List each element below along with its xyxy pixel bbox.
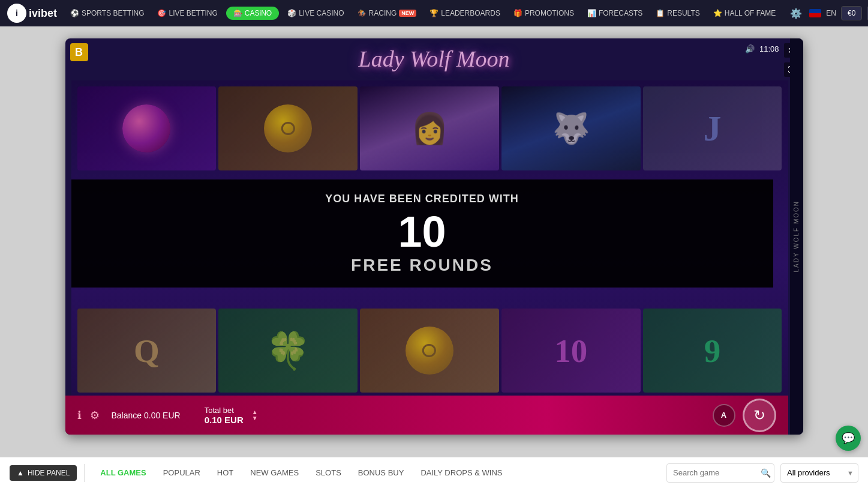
bottom-reel-row: Q 🍀 ⵔ 10 9 <box>71 309 788 393</box>
controls-right: A ↻ <box>713 399 776 432</box>
nav-promotions[interactable]: 🎁 PROMOTIONS <box>509 7 579 20</box>
balance-info: Balance 0.00 EUR <box>112 411 181 420</box>
chat-icon: 💬 <box>842 432 855 445</box>
tab-bonus-buy[interactable]: BONUS BUY <box>350 465 413 481</box>
settings-ctrl-icon[interactable]: ⚙ <box>90 409 100 422</box>
vertical-label-text: LADY WOLF MOON <box>793 200 800 273</box>
wolf-symbol: 🐺 <box>501 86 641 170</box>
nav-forecasts[interactable]: 📊 FORECASTS <box>582 7 647 20</box>
bet-info: Total bet 0.10 EUR <box>205 406 244 425</box>
game-time: 11:08 <box>759 44 779 53</box>
ball-symbol <box>122 104 170 152</box>
tab-all-games[interactable]: ALL GAMES <box>92 465 154 481</box>
chat-button[interactable]: 💬 <box>836 426 861 451</box>
reel-cell-9: 9 <box>643 309 782 393</box>
language-label[interactable]: EN <box>826 9 836 17</box>
reel-cell-coin: ⵔ <box>218 86 358 170</box>
nav-racing[interactable]: 🏇 RACING NEW <box>353 7 422 20</box>
new-badge: NEW <box>399 10 416 17</box>
sports-icon: ⚽ <box>70 9 79 17</box>
credits-overlay: YOU HAVE BEEN CREDITED WITH 10 FREE ROUN… <box>71 179 773 288</box>
reel-cell-j: J <box>643 86 782 170</box>
top-navigation: i ivibet ⚽ SPORTS BETTING 🎯 LIVE BETTING… <box>0 0 868 26</box>
logo-text: ivibet <box>29 7 57 20</box>
bet-down-button[interactable]: ▼ <box>252 415 258 421</box>
provider-wrapper: All providers ▼ <box>780 463 858 483</box>
nav-casino[interactable]: 🎰 CASiNO <box>226 7 279 20</box>
volume-icon[interactable]: 🔊 <box>745 44 755 53</box>
racing-icon: 🏇 <box>358 9 367 17</box>
info-icon[interactable]: ℹ <box>77 409 82 422</box>
logo[interactable]: i ivibet <box>7 4 57 23</box>
nav-live-betting[interactable]: 🎯 LIVE BETTING <box>152 7 222 20</box>
lady-symbol: 👩 <box>360 86 499 170</box>
reel-cell-wolf: 🐺 <box>501 86 641 170</box>
total-bet-label: Total bet <box>205 406 244 415</box>
coin2-symbol: ⵔ <box>406 327 453 375</box>
nav-results[interactable]: 📋 RESULTS <box>651 7 704 20</box>
coin-symbol: ⵔ <box>264 104 312 152</box>
game-title: Lady Wolf Moon <box>359 46 510 72</box>
tab-new-games[interactable]: NEW GAMES <box>242 465 307 481</box>
bet-amount: 0.10 EUR <box>205 415 244 425</box>
auto-spin-button[interactable]: A <box>713 404 735 427</box>
credits-number: 10 <box>398 210 446 253</box>
bet-stepper[interactable]: ▲ ▼ <box>252 409 258 421</box>
main-content: B 🔊 11:08 ✕ ⛶ Lady Wolf Moon LADY WOLF M… <box>0 26 868 488</box>
spin-icon: ↻ <box>753 407 765 424</box>
reel-cell-coin2: ⵔ <box>360 309 499 393</box>
leaderboards-icon: 🏆 <box>430 9 438 17</box>
tab-daily-drops[interactable]: DAILY DROPS & WINS <box>412 465 510 481</box>
reel-cell-ball <box>77 86 217 170</box>
results-icon: 📋 <box>656 9 665 17</box>
logo-icon: i <box>7 4 26 23</box>
flag-icon <box>809 9 821 17</box>
q-symbol: Q <box>134 332 160 370</box>
nav-live-casino[interactable]: 🎲 LIVE CASINO <box>283 7 349 20</box>
tab-slots[interactable]: SLOTS <box>307 465 350 481</box>
reel-cell-10: 10 <box>501 309 641 393</box>
search-container: 🔍 <box>666 463 774 483</box>
settings-icon[interactable]: ⚙️ <box>788 5 804 22</box>
nav-sports-betting[interactable]: ⚽ SPORTS BETTING <box>65 7 149 20</box>
nav-right-actions: ⚙️ EN €0 👤 ▾ DEPOSIT <box>788 5 868 22</box>
search-input[interactable] <box>666 463 774 483</box>
tab-hot[interactable]: HOT <box>209 465 242 481</box>
provider-select[interactable]: All providers <box>780 463 858 483</box>
top-reel-row: ⵔ 👩 🐺 J <box>71 86 788 170</box>
nine-symbol: 9 <box>704 332 721 370</box>
b-badge: B <box>70 43 88 61</box>
credits-label: FREE ROUNDS <box>351 256 493 275</box>
ten-symbol: 10 <box>554 332 587 370</box>
balance-button[interactable]: €0 <box>841 6 862 20</box>
panel-divider <box>84 464 85 482</box>
balance-text: Balance 0.00 EUR <box>112 411 181 420</box>
bet-up-button[interactable]: ▲ <box>252 409 258 415</box>
clover-symbol: 🍀 <box>266 330 311 372</box>
live-betting-icon: 🎯 <box>157 9 166 17</box>
casino-icon: 🎰 <box>233 9 242 17</box>
hall-icon: ⭐ <box>713 9 722 17</box>
chevron-up-icon: ▲ <box>17 469 24 477</box>
tab-popular[interactable]: POPULAR <box>155 465 209 481</box>
reel-cell-clover: 🍀 <box>218 309 358 393</box>
bet-controls: Total bet 0.10 EUR ▲ ▼ <box>205 406 258 425</box>
controls-left: ℹ ⚙ <box>77 409 100 422</box>
hide-panel-button[interactable]: ▲ HIDE PANEL <box>10 465 77 481</box>
game-top-info: 🔊 11:08 <box>745 44 779 53</box>
spin-button[interactable]: ↻ <box>743 399 776 432</box>
forecasts-icon: 📊 <box>587 9 596 17</box>
filter-tabs: ALL GAMES POPULAR HOT NEW GAMES SLOTS BO… <box>92 465 510 481</box>
nav-leaderboards[interactable]: 🏆 LEADERBOARDS <box>425 7 505 20</box>
bottom-panel: ▲ HIDE PANEL ALL GAMES POPULAR HOT NEW G… <box>0 457 868 488</box>
search-icon[interactable]: 🔍 <box>761 468 771 478</box>
reel-cell-lady: 👩 <box>360 86 499 170</box>
credits-subtitle: YOU HAVE BEEN CREDITED WITH <box>325 193 519 205</box>
nav-hall-of-fame[interactable]: ⭐ HALL OF FAME <box>708 7 781 20</box>
promotions-icon: 🎁 <box>513 9 522 17</box>
game-vertical-label: LADY WOLF MOON <box>790 38 803 435</box>
slot-area: ⵔ 👩 🐺 J YOU HAVE BEEN CREDITED WITH 10 F… <box>71 80 788 435</box>
auto-label: A <box>721 411 726 420</box>
reel-cell-q: Q <box>77 309 217 393</box>
game-controls-bar: ℹ ⚙ Balance 0.00 EUR Total bet 0.10 EUR … <box>65 396 788 435</box>
